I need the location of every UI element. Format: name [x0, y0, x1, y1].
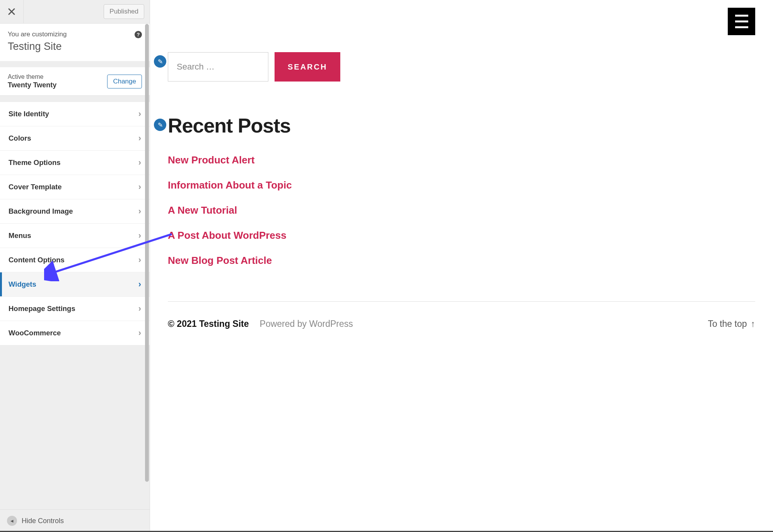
- footer-divider: [168, 301, 755, 302]
- hide-controls-label: Hide Controls: [22, 517, 64, 525]
- edit-search-widget-button[interactable]: ✎: [154, 55, 166, 68]
- recent-posts-heading: Recent Posts: [168, 114, 755, 137]
- footer-copyright: © 2021 Testing Site: [168, 319, 249, 329]
- sidebar-item-label: Homepage Settings: [9, 304, 75, 313]
- help-icon[interactable]: ?: [135, 31, 142, 38]
- sidebar-item-label: Content Options: [9, 256, 65, 264]
- site-footer: © 2021 Testing Site Powered by WordPress…: [168, 319, 755, 329]
- sidebar-spacer-2: [0, 96, 150, 102]
- hamburger-bar-icon: [735, 20, 748, 22]
- sidebar-item-label: Cover Template: [9, 183, 61, 191]
- chevron-right-icon: ›: [138, 328, 141, 338]
- chevron-right-icon: ›: [138, 279, 141, 289]
- pencil-icon: ✎: [158, 58, 163, 65]
- close-icon: [8, 8, 15, 15]
- site-title: Testing Site: [8, 41, 142, 53]
- sidebar-item-label: Colors: [9, 134, 31, 143]
- sidebar-scrollbar-thumb[interactable]: [145, 24, 149, 482]
- sidebar-item-colors[interactable]: Colors ›: [0, 126, 150, 151]
- published-button[interactable]: Published: [104, 4, 144, 19]
- sidebar-spacer: [0, 61, 150, 67]
- preview-pane: ✎ SEARCH ✎ Recent Posts New Product Aler…: [150, 0, 773, 532]
- active-theme-label: Active theme: [8, 73, 56, 80]
- customizing-header: You are customizing ? Testing Site: [0, 24, 150, 61]
- sidebar-item-site-identity[interactable]: Site Identity ›: [0, 102, 150, 126]
- sidebar-item-background-image[interactable]: Background Image ›: [0, 199, 150, 224]
- recent-post-link[interactable]: New Blog Post Article: [168, 255, 755, 267]
- sidebar-item-label: Theme Options: [9, 158, 61, 167]
- up-arrow-icon: ↑: [751, 319, 756, 329]
- sidebar-item-cover-template[interactable]: Cover Template ›: [0, 175, 150, 199]
- hide-controls-button[interactable]: ◂ Hide Controls: [0, 509, 150, 532]
- chevron-right-icon: ›: [138, 109, 141, 119]
- change-theme-button[interactable]: Change: [107, 75, 142, 88]
- recent-post-link[interactable]: Information About a Topic: [168, 179, 755, 191]
- sidebar-item-widgets[interactable]: Widgets ›: [0, 272, 150, 297]
- to-top-link[interactable]: To the top ↑: [708, 319, 755, 329]
- sidebar-item-content-options[interactable]: Content Options ›: [0, 248, 150, 272]
- sidebar-top-bar: Published: [0, 0, 150, 24]
- hamburger-bar-icon: [735, 15, 748, 17]
- chevron-right-icon: ›: [138, 133, 141, 143]
- to-top-label: To the top: [708, 319, 747, 329]
- customizer-menu: Site Identity › Colors › Theme Options ›…: [0, 102, 150, 345]
- chevron-right-icon: ›: [138, 158, 141, 168]
- sidebar-item-woocommerce[interactable]: WooCommerce ›: [0, 321, 150, 345]
- sidebar-item-label: Background Image: [9, 207, 73, 216]
- chevron-right-icon: ›: [138, 255, 141, 265]
- sidebar-item-label: Menus: [9, 231, 31, 240]
- chevron-right-icon: ›: [138, 231, 141, 241]
- active-theme-name: Twenty Twenty: [8, 81, 56, 89]
- chevron-right-icon: ›: [138, 304, 141, 314]
- close-customizer-button[interactable]: [0, 0, 24, 24]
- chevron-right-icon: ›: [138, 182, 141, 192]
- sidebar-item-theme-options[interactable]: Theme Options ›: [0, 151, 150, 175]
- recent-post-link[interactable]: A Post About WordPress: [168, 229, 755, 241]
- edit-recent-posts-widget-button[interactable]: ✎: [154, 119, 166, 131]
- recent-post-link[interactable]: A New Tutorial: [168, 204, 755, 216]
- pencil-icon: ✎: [158, 121, 163, 129]
- sidebar-item-label: Widgets: [9, 280, 36, 289]
- sidebar-item-label: WooCommerce: [9, 329, 61, 337]
- footer-powered-by[interactable]: Powered by WordPress: [260, 319, 353, 329]
- sidebar-scrollbar[interactable]: [143, 24, 149, 511]
- recent-posts-widget-block: ✎ Recent Posts New Product Alert Informa…: [168, 114, 755, 267]
- search-input[interactable]: [168, 52, 268, 82]
- sidebar-item-menus[interactable]: Menus ›: [0, 224, 150, 248]
- hamburger-menu-button[interactable]: [728, 8, 755, 35]
- sidebar-item-label: Site Identity: [9, 110, 49, 118]
- hamburger-bar-icon: [735, 26, 748, 28]
- customizer-sidebar: Published You are customizing ? Testing …: [0, 0, 150, 532]
- recent-posts-list: New Product Alert Information About a To…: [168, 154, 755, 267]
- collapse-left-icon: ◂: [7, 516, 17, 526]
- search-button[interactable]: SEARCH: [275, 52, 340, 82]
- active-theme-card: Active theme Twenty Twenty Change: [0, 67, 150, 96]
- customizing-label: You are customizing: [8, 31, 67, 38]
- recent-post-link[interactable]: New Product Alert: [168, 154, 755, 166]
- search-widget-block: ✎ SEARCH: [168, 52, 755, 82]
- sidebar-item-homepage-settings[interactable]: Homepage Settings ›: [0, 297, 150, 321]
- chevron-right-icon: ›: [138, 206, 141, 216]
